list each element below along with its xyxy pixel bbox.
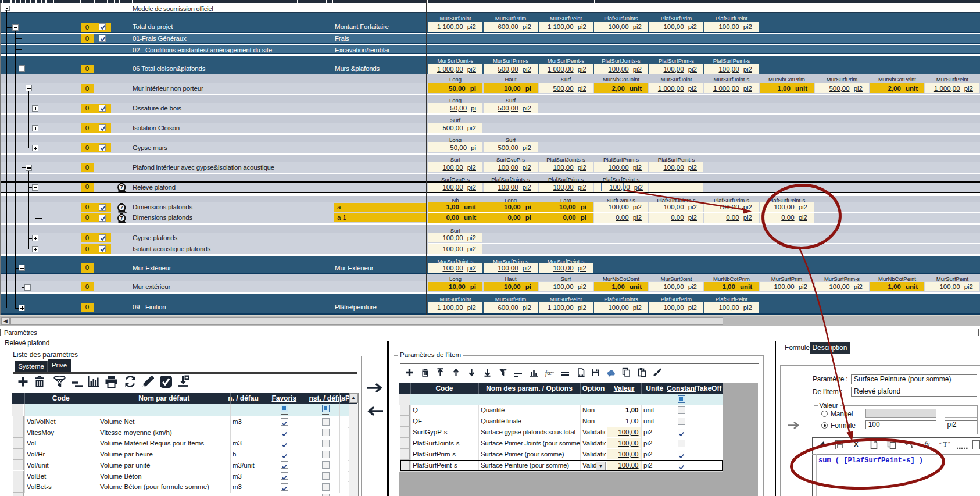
svg-text:7: 7 — [120, 205, 123, 210]
svg-text:7: 7 — [120, 184, 123, 190]
svg-text:fx: fx — [924, 440, 930, 448]
svg-text:7: 7 — [120, 215, 123, 221]
svg-text:T: T — [943, 440, 947, 448]
svg-text:“: “ — [939, 441, 942, 447]
svg-text:”: ” — [948, 441, 950, 447]
